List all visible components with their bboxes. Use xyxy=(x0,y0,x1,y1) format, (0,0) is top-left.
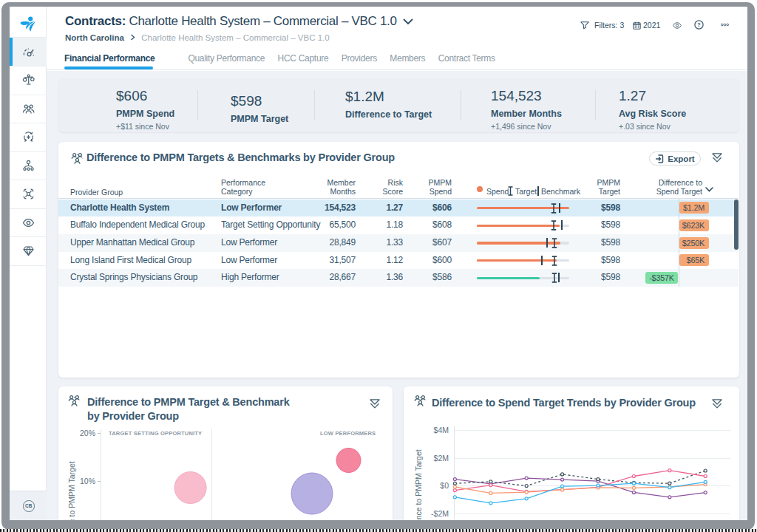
svg-text:?: ? xyxy=(697,21,701,28)
